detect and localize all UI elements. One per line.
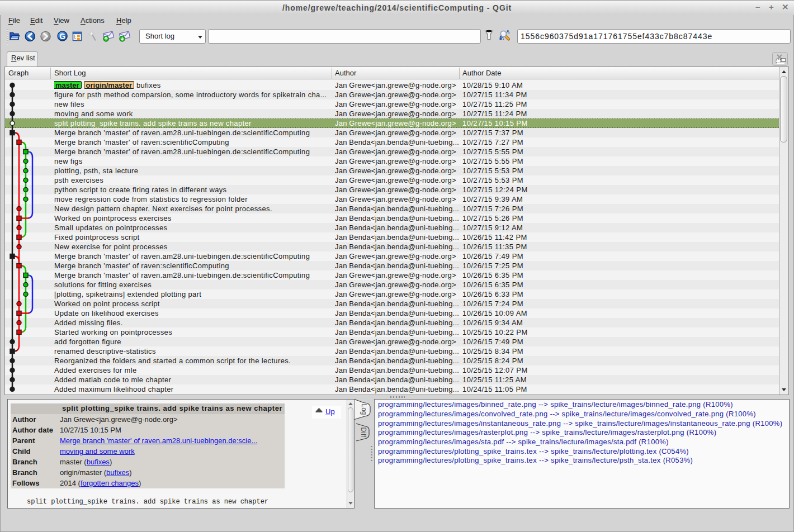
svg-text:Log: Log — [360, 403, 368, 415]
svg-text:G: G — [59, 32, 65, 41]
svg-text:Diff: Diff — [360, 428, 367, 438]
